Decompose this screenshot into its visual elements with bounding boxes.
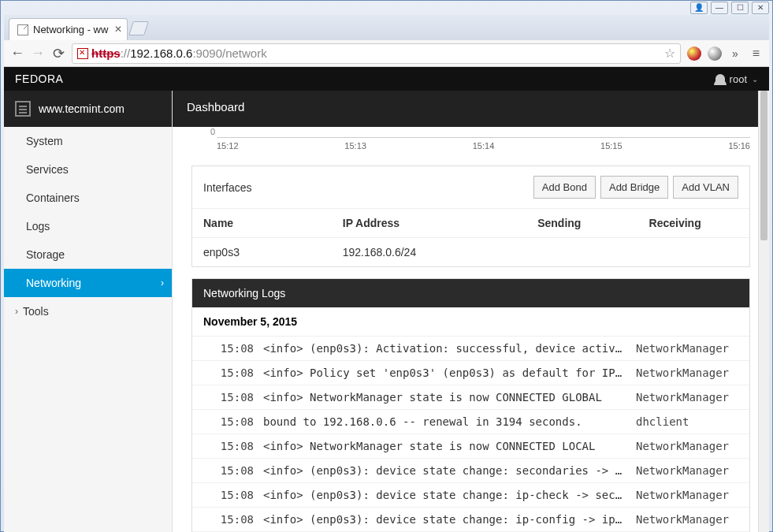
cell-name: enp0s3	[192, 238, 332, 267]
log-message: <info> (enp0s3): device state change: se…	[263, 464, 636, 477]
chevron-down-icon: ⌄	[752, 75, 758, 84]
chart-x-tick: 15:14	[473, 141, 495, 151]
extension-icon-1[interactable]	[687, 47, 701, 61]
overflow-icon[interactable]: »	[728, 47, 742, 61]
sidebar-item-label: Tools	[23, 305, 49, 318]
log-time: 15:08	[203, 391, 263, 404]
sidebar-item-label: Logs	[26, 220, 50, 233]
window-user-icon[interactable]: 👤	[690, 2, 708, 14]
log-time: 15:08	[203, 342, 263, 355]
add-bridge-button[interactable]: Add Bridge	[600, 176, 668, 199]
scrollbar-thumb[interactable]	[760, 91, 767, 240]
log-row[interactable]: 15:08<info> (enp0s3): Activation: succes…	[192, 337, 749, 361]
sidebar-item-logs[interactable]: Logs	[4, 212, 172, 240]
new-tab-button[interactable]	[128, 21, 149, 35]
logs-panel: Networking Logs November 5, 2015 15:08<i…	[191, 278, 750, 532]
chart-x-ticks: 15:1215:1315:1415:1515:16	[217, 141, 750, 151]
sidebar-item-label: Containers	[26, 192, 80, 204]
log-source: dhclient	[636, 415, 738, 428]
log-source: NetworkManager	[636, 513, 738, 526]
window-maximize-button[interactable]: ☐	[731, 2, 749, 14]
window-minimize-button[interactable]: —	[711, 2, 728, 14]
chart-y-zero-label: 0	[210, 127, 215, 136]
cell-sending	[526, 238, 637, 267]
log-row[interactable]: 15:08<info> (enp0s3): device state chang…	[192, 459, 749, 483]
page-icon	[17, 24, 28, 35]
log-row[interactable]: 15:08<info> Policy set 'enp0s3' (enp0s3)…	[192, 361, 749, 385]
log-message: <info> (enp0s3): device state change: ip…	[263, 489, 636, 501]
window-titlebar: 👤 — ☐ ✕	[1, 1, 772, 15]
log-time: 15:08	[203, 464, 263, 477]
browser-tabbar: Networking - ww ✕	[4, 15, 769, 40]
log-message: <info> (enp0s3): Activation: successful,…	[263, 342, 636, 355]
tab-close-icon[interactable]: ✕	[114, 24, 122, 35]
ssl-warning-icon[interactable]	[77, 48, 88, 59]
log-message: bound to 192.168.0.6 -- renewal in 3194 …	[263, 415, 636, 428]
bookmark-star-icon[interactable]: ☆	[664, 46, 675, 61]
col-name: Name	[192, 209, 332, 238]
chart-x-axis	[217, 137, 750, 138]
chart-x-tick: 15:16	[728, 141, 750, 151]
add-bond-button[interactable]: Add Bond	[533, 176, 596, 199]
window-close-button[interactable]: ✕	[752, 2, 769, 14]
sidebar-item-networking[interactable]: Networking ›	[4, 269, 172, 297]
sidebar-item-containers[interactable]: Containers	[4, 184, 172, 212]
sidebar-item-storage[interactable]: Storage	[4, 240, 172, 269]
table-row[interactable]: enp0s3192.168.0.6/24	[192, 238, 749, 267]
user-icon	[715, 74, 725, 84]
extension-icon-2[interactable]	[708, 47, 722, 61]
log-source: NetworkManager	[636, 391, 738, 404]
log-message: <info> (enp0s3): device state change: ip…	[263, 513, 636, 526]
log-row[interactable]: 15:08<info> NetworkManager state is now …	[192, 434, 749, 459]
logs-list: 15:08<info> (enp0s3): Activation: succes…	[192, 337, 749, 532]
log-message: <info> Policy set 'enp0s3' (enp0s3) as d…	[263, 366, 636, 379]
sidebar-item-tools[interactable]: › Tools	[4, 297, 172, 326]
sidebar-item-label: Networking	[26, 277, 81, 289]
body-split: www.tecmint.com System Services Containe…	[4, 91, 769, 532]
log-row[interactable]: 15:08<info> NetworkManager state is now …	[192, 385, 749, 410]
browser-address-bar: ← → ⟳ https://192.168.0.6:9090/network ☆…	[4, 40, 769, 67]
chart-x-tick: 15:15	[600, 141, 622, 151]
interfaces-panel: Interfaces Add Bond Add Bridge Add VLAN …	[191, 166, 750, 267]
main-content: Dashboard 0 15:1215:1315:1415:1515:16 In…	[173, 91, 769, 532]
page-title: Dashboard	[173, 91, 769, 127]
add-vlan-button[interactable]: Add VLAN	[673, 176, 738, 199]
chevron-right-icon: ›	[15, 306, 18, 317]
logs-date: November 5, 2015	[192, 307, 749, 337]
url-scheme-sep: ://	[121, 47, 131, 60]
col-ip: IP Address	[332, 209, 526, 238]
chart-x-tick: 15:13	[344, 141, 366, 151]
back-button[interactable]: ←	[10, 47, 24, 61]
brand-label: FEDORA	[15, 73, 63, 85]
forward-button[interactable]: →	[31, 47, 45, 61]
col-receiving: Receiving	[638, 209, 749, 238]
log-row[interactable]: 15:08bound to 192.168.0.6 -- renewal in …	[192, 410, 749, 434]
user-menu[interactable]: root ⌄	[715, 73, 758, 85]
cell-ip: 192.168.0.6/24	[332, 238, 526, 267]
log-message: <info> NetworkManager state is now CONNE…	[263, 440, 636, 452]
sidebar-item-system[interactable]: System	[4, 127, 172, 155]
traffic-chart: 0 15:1215:1315:1415:1515:16	[173, 127, 769, 154]
log-time: 15:08	[203, 366, 263, 379]
log-row[interactable]: 15:08<info> (enp0s3): device state chang…	[192, 483, 749, 508]
interfaces-title: Interfaces	[203, 181, 251, 194]
log-source: NetworkManager	[636, 489, 738, 501]
reload-button[interactable]: ⟳	[51, 47, 65, 61]
scrollbar[interactable]	[758, 91, 769, 532]
log-time: 15:08	[203, 415, 263, 428]
col-sending: Sending	[526, 209, 637, 238]
sidebar-item-services[interactable]: Services	[4, 155, 172, 184]
sidebar-item-label: System	[26, 135, 63, 147]
log-time: 15:08	[203, 440, 263, 452]
sidebar-host-header[interactable]: www.tecmint.com	[4, 91, 172, 127]
url-field[interactable]: https://192.168.0.6:9090/network ☆	[72, 43, 681, 64]
chrome-menu-icon[interactable]: ≡	[749, 47, 763, 61]
browser-tab[interactable]: Networking - ww ✕	[9, 18, 128, 40]
cell-receiving	[638, 238, 749, 267]
interfaces-table: Name IP Address Sending Receiving enp0s3…	[192, 208, 749, 266]
log-source: NetworkManager	[636, 366, 738, 379]
chevron-right-icon: ›	[161, 277, 164, 288]
sidebar-host-label: www.tecmint.com	[39, 102, 124, 115]
log-row[interactable]: 15:08<info> (enp0s3): device state chang…	[192, 508, 749, 532]
log-message: <info> NetworkManager state is now CONNE…	[263, 391, 636, 404]
